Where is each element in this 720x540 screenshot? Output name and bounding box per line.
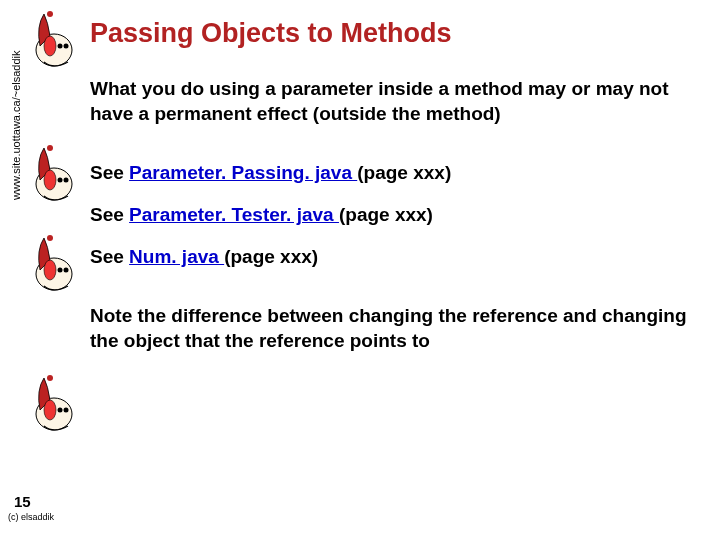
slide-title: Passing Objects to Methods: [90, 18, 690, 49]
see-prefix: See: [90, 162, 129, 183]
svg-point-12: [44, 260, 56, 280]
see-link[interactable]: Parameter. Tester. java: [129, 204, 339, 225]
svg-point-2: [44, 36, 56, 56]
svg-point-6: [47, 145, 53, 151]
svg-point-13: [58, 268, 63, 273]
mascot-icon: [30, 6, 78, 68]
see-line: See Num. java (page xxx): [90, 246, 690, 268]
see-suffix: (page xxx): [224, 246, 318, 267]
svg-point-1: [47, 11, 53, 17]
see-suffix: (page xxx): [357, 162, 451, 183]
svg-point-11: [47, 235, 53, 241]
svg-point-17: [44, 400, 56, 420]
sidebar: www.site.uottawa.ca/~elsaddik: [0, 0, 80, 540]
svg-point-16: [47, 375, 53, 381]
intro-paragraph: What you do using a parameter inside a m…: [90, 77, 690, 126]
see-line: See Parameter. Passing. java (page xxx): [90, 162, 690, 184]
slide-content: Passing Objects to Methods What you do u…: [90, 0, 710, 540]
svg-point-18: [58, 408, 63, 413]
svg-point-19: [64, 408, 69, 413]
mascot-icon: [30, 140, 78, 202]
svg-point-3: [58, 44, 63, 49]
svg-point-4: [64, 44, 69, 49]
copyright: (c) elsaddik: [8, 512, 54, 522]
see-prefix: See: [90, 246, 129, 267]
svg-point-14: [64, 268, 69, 273]
see-link[interactable]: Parameter. Passing. java: [129, 162, 357, 183]
svg-point-9: [64, 178, 69, 183]
svg-point-7: [44, 170, 56, 190]
note-paragraph: Note the difference between changing the…: [90, 304, 690, 353]
slide-number: 15: [14, 493, 31, 510]
see-suffix: (page xxx): [339, 204, 433, 225]
mascot-icon: [30, 230, 78, 292]
svg-point-8: [58, 178, 63, 183]
see-line: See Parameter. Tester. java (page xxx): [90, 204, 690, 226]
sidebar-url: www.site.uottawa.ca/~elsaddik: [10, 51, 22, 201]
see-prefix: See: [90, 204, 129, 225]
see-link[interactable]: Num. java: [129, 246, 224, 267]
mascot-icon: [30, 370, 78, 432]
